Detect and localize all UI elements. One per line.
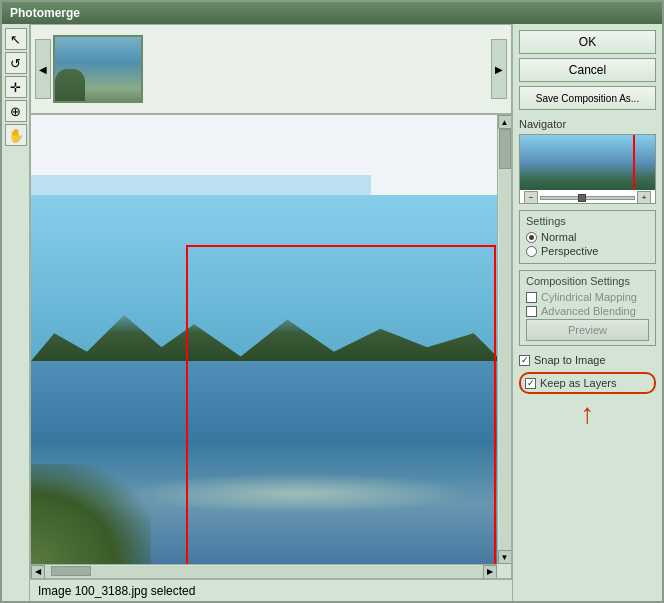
perspective-option-row: Perspective: [526, 245, 649, 257]
scroll-thumb-h[interactable]: [51, 566, 91, 576]
cancel-button[interactable]: Cancel: [519, 58, 656, 82]
arrow-indicator: ↑: [519, 400, 656, 428]
settings-group: Settings Normal Perspective: [519, 210, 656, 264]
dialog-content: ↖ ↺ ✛ ⊕ ✋ ◀ ▶: [2, 24, 662, 601]
normal-radio-dot: [529, 235, 534, 240]
lake-background: [31, 195, 497, 564]
dialog-title: Photomerge: [10, 6, 80, 20]
scroll-up-button[interactable]: ▲: [498, 115, 512, 129]
main-canvas-wrapper: ▲ ▼ ◀ ▶: [30, 114, 512, 579]
composition-settings-group: Composition Settings Cylindrical Mapping…: [519, 270, 656, 346]
advanced-blending-label: Advanced Blending: [541, 305, 636, 317]
move-tool[interactable]: ✛: [5, 76, 27, 98]
scroll-track-h[interactable]: [45, 566, 483, 578]
thumb-image-1: [55, 37, 141, 101]
zoom-slider-thumb[interactable]: [578, 194, 586, 202]
right-panel: OK Cancel Save Composition As... Navigat…: [512, 24, 662, 601]
zoom-tool[interactable]: ⊕: [5, 100, 27, 122]
canvas-background: [31, 115, 497, 564]
zoom-out-nav[interactable]: −: [524, 191, 538, 205]
status-text: Image 100_3188.jpg selected: [38, 584, 195, 598]
rotate-tool[interactable]: ↺: [5, 52, 27, 74]
save-composition-button[interactable]: Save Composition As...: [519, 86, 656, 110]
thumbnail-1[interactable]: [53, 35, 143, 103]
cylindrical-label: Cylindrical Mapping: [541, 291, 637, 303]
main-canvas[interactable]: [31, 115, 497, 564]
scroll-thumb-v[interactable]: [499, 129, 511, 169]
vertical-scrollbar: ▲ ▼: [497, 115, 511, 564]
preview-button[interactable]: Preview: [526, 319, 649, 341]
zoom-slider[interactable]: [540, 196, 635, 200]
scroll-left-button[interactable]: ◀: [31, 565, 45, 579]
navigator-slider-area: − +: [520, 190, 655, 204]
scroll-track-v[interactable]: [499, 129, 511, 550]
keep-layers-checkbox[interactable]: [525, 378, 536, 389]
title-bar: Photomerge: [2, 2, 662, 24]
advanced-blending-row: Advanced Blending: [526, 305, 649, 317]
thumb-tree: [55, 69, 85, 101]
left-panel: ↖ ↺ ✛ ⊕ ✋ ◀ ▶: [2, 24, 512, 601]
navigator-image: [520, 135, 655, 190]
filmstrip-scroll-right[interactable]: ▶: [491, 39, 507, 99]
toolbar: ↖ ↺ ✛ ⊕ ✋: [2, 24, 30, 601]
ok-button[interactable]: OK: [519, 30, 656, 54]
snap-to-image-checkbox[interactable]: [519, 355, 530, 366]
canvas-area: ◀ ▶: [30, 24, 512, 601]
keep-layers-row: Keep as Layers: [519, 372, 656, 394]
composition-settings-label: Composition Settings: [526, 275, 649, 287]
foreground-vegetation: [31, 464, 151, 564]
photomerge-dialog: Photomerge ↖ ↺ ✛ ⊕ ✋ ◀: [0, 0, 664, 603]
select-tool[interactable]: ↖: [5, 28, 27, 50]
water-shimmer: [124, 473, 474, 514]
filmstrip-content: [51, 29, 491, 109]
zoom-in-nav[interactable]: +: [637, 191, 651, 205]
perspective-label: Perspective: [541, 245, 598, 257]
filmstrip-scroll-left[interactable]: ◀: [35, 39, 51, 99]
settings-label: Settings: [526, 215, 649, 227]
normal-radio[interactable]: [526, 232, 537, 243]
hand-tool[interactable]: ✋: [5, 124, 27, 146]
filmstrip: ◀ ▶: [30, 24, 512, 114]
normal-option-row: Normal: [526, 231, 649, 243]
navigator-box: − +: [519, 134, 656, 204]
snap-to-image-label: Snap to Image: [534, 354, 606, 366]
cylindrical-row: Cylindrical Mapping: [526, 291, 649, 303]
status-bar: Image 100_3188.jpg selected: [30, 579, 512, 601]
perspective-radio[interactable]: [526, 246, 537, 257]
scroll-down-button[interactable]: ▼: [498, 550, 512, 564]
normal-label: Normal: [541, 231, 576, 243]
advanced-blending-checkbox[interactable]: [526, 306, 537, 317]
navigator-label: Navigator: [519, 118, 656, 130]
snap-to-image-row: Snap to Image: [519, 354, 656, 366]
navigator-red-line: [633, 135, 635, 190]
cylindrical-checkbox[interactable]: [526, 292, 537, 303]
keep-layers-label: Keep as Layers: [540, 377, 616, 389]
horizontal-scrollbar: ◀ ▶: [31, 564, 497, 578]
scroll-right-button[interactable]: ▶: [483, 565, 497, 579]
